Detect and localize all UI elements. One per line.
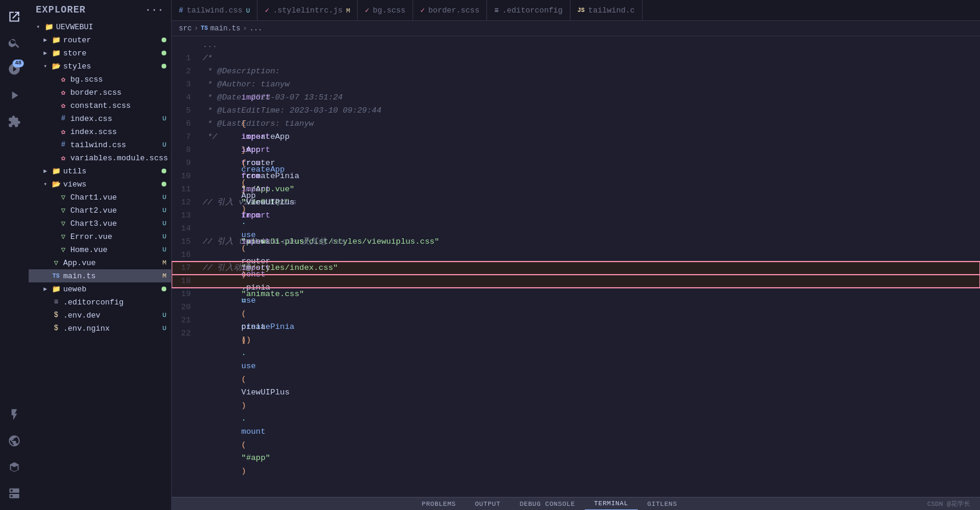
breadcrumb-src: src <box>179 24 192 33</box>
vue-icon: ▽ <box>58 219 68 228</box>
scss-icon: ✿ <box>58 153 68 163</box>
tab-bg-scss[interactable]: ✓ bg.scss <box>358 0 413 21</box>
tab-border-scss[interactable]: ✓ border.scss <box>413 0 487 21</box>
tree-root[interactable]: ▾ 📁 UEVWEBUI <box>29 20 171 33</box>
source-control-icon[interactable]: 48 <box>2 57 26 81</box>
tab-terminal[interactable]: TERMINAL <box>585 497 638 511</box>
sidebar-item-tailwind-css[interactable]: ▶ # tailwind.css U <box>29 138 171 151</box>
env-nginx-label: .env.nginx <box>63 324 162 333</box>
line-number: 12 <box>172 196 200 209</box>
sidebar-item-editorconfig[interactable]: ▶ ≡ .editorconfig <box>29 296 171 309</box>
sidebar-item-styles[interactable]: ▾ 📂 styles <box>29 60 171 73</box>
sidebar-item-utils[interactable]: ▶ 📁 utils <box>29 164 171 178</box>
tab-tailwind-js[interactable]: JS tailwind.c <box>570 0 643 21</box>
line-number: 7 <box>172 130 200 144</box>
sidebar-item-store[interactable]: ▶ 📁 store <box>29 46 171 60</box>
sidebar-item-views[interactable]: ▾ 📂 views <box>29 178 171 191</box>
sidebar-item-main-ts[interactable]: ▶ TS main.ts M <box>29 269 171 282</box>
sidebar-item-index-scss[interactable]: ▶ ✿ index.scss <box>29 125 171 138</box>
run-debug-icon[interactable] <box>2 83 26 107</box>
chevron-right-icon: ▶ <box>41 166 50 176</box>
line-number: 11 <box>172 183 200 196</box>
modified-badge: M <box>162 259 166 266</box>
env-dev-label: .env.dev <box>63 311 162 320</box>
line-number: 19 <box>172 288 200 301</box>
modified-dot <box>162 64 166 69</box>
extensions-icon[interactable] <box>2 110 26 133</box>
tab-problems[interactable]: PROBLEMS <box>413 497 466 511</box>
cube-icon[interactable] <box>2 455 26 479</box>
env-icon: $ <box>51 324 61 333</box>
untracked-badge: U <box>162 312 166 319</box>
sidebar-item-error[interactable]: ▶ ▽ Error.vue U <box>29 230 171 243</box>
status-bar: PROBLEMS OUTPUT DEBUG CONSOLE TERMINAL G… <box>172 497 980 510</box>
sidebar-header: EXPLORER ··· <box>29 0 171 20</box>
line-number: 13 <box>172 209 200 222</box>
sidebar-item-chart1[interactable]: ▶ ▽ Chart1.vue U <box>29 191 171 204</box>
modified-dot <box>162 51 166 55</box>
breadcrumb-sep2: › <box>243 24 247 33</box>
sidebar-item-env-dev[interactable]: ▶ $ .env.dev U <box>29 309 171 322</box>
tab-editorconfig-label: .editorconfig <box>502 6 562 15</box>
code-content: /* <box>200 52 975 65</box>
tab-gitlens[interactable]: GITLENS <box>638 497 687 511</box>
modified-badge: M <box>162 272 166 279</box>
status-right-text: CSDN @花学长 <box>927 499 980 508</box>
css-tab-icon: # <box>179 7 183 15</box>
code-content: * @Description: <box>200 65 975 78</box>
sidebar-item-router[interactable]: ▶ 📁 router <box>29 33 171 46</box>
editor-icon: ≡ <box>51 297 61 307</box>
router-label: router <box>63 36 162 45</box>
folder-open-icon: 📂 <box>51 61 61 71</box>
breadcrumb-ellipsis: ... <box>249 24 262 33</box>
sidebar-item-env-nginx[interactable]: ▶ $ .env.nginx U <box>29 322 171 335</box>
sidebar-item-home[interactable]: ▶ ▽ Home.vue U <box>29 243 171 256</box>
test-icon[interactable] <box>2 403 26 427</box>
folder-icon: 📁 <box>44 22 54 32</box>
sidebar-item-constant-scss[interactable]: ▶ ✿ constant.scss <box>29 99 171 112</box>
line-number: 15 <box>172 235 200 248</box>
tab-tailwind-css[interactable]: # tailwind.css U <box>172 0 258 21</box>
editor-area: # tailwind.css U ✓ .stylelintrc.js M ✓ b… <box>172 0 980 510</box>
sidebar-item-chart2[interactable]: ▶ ▽ Chart2.vue U <box>29 204 171 217</box>
line-number: 6 <box>172 117 200 130</box>
search-icon[interactable] <box>2 31 26 55</box>
modified-dot <box>162 287 166 291</box>
variables-scss-label: variables.module.scss <box>70 154 171 163</box>
line-number: 5 <box>172 104 200 117</box>
sidebar-item-app-vue[interactable]: ▶ ▽ App.vue M <box>29 256 171 269</box>
sidebar-item-bg-scss[interactable]: ▶ ✿ bg.scss <box>29 73 171 86</box>
sidebar-item-index-css[interactable]: ▶ # index.css U <box>29 112 171 125</box>
tab-badge-u: U <box>246 7 250 14</box>
sidebar-more-button[interactable]: ··· <box>145 5 164 15</box>
explorer-icon[interactable] <box>2 5 26 29</box>
breadcrumb-sep1: › <box>194 24 199 33</box>
tab-stylelintrc[interactable]: ✓ .stylelintrc.js M <box>258 0 358 21</box>
tab-debug-console[interactable]: DEBUG CONSOLE <box>510 497 585 511</box>
line-number: 4 <box>172 91 200 104</box>
sidebar-item-variables-scss[interactable]: ▶ ✿ variables.module.scss <box>29 151 171 164</box>
remote-icon[interactable] <box>2 429 26 453</box>
database-icon[interactable] <box>2 481 26 505</box>
editor-tab-icon: ≡ <box>494 7 498 15</box>
tab-editorconfig[interactable]: ≡ .editorconfig <box>487 0 570 21</box>
index-scss-label: index.scss <box>70 128 171 136</box>
code-line-1: 1 /* <box>172 52 980 65</box>
sidebar-item-border-scss[interactable]: ▶ ✿ border.scss <box>29 86 171 99</box>
breadcrumb-ts-icon: TS <box>201 25 208 32</box>
sidebar-title: EXPLORER <box>36 5 86 15</box>
bg-scss-label: bg.scss <box>70 75 171 84</box>
utils-label: utils <box>63 167 162 176</box>
sidebar-item-ueweb[interactable]: ▶ 📁 ueweb <box>29 282 171 296</box>
views-label: views <box>63 180 162 189</box>
tab-bar: # tailwind.css U ✓ .stylelintrc.js M ✓ b… <box>172 0 980 21</box>
sidebar-item-chart3[interactable]: ▶ ▽ Chart3.vue U <box>29 217 171 230</box>
breadcrumb-file: main.ts <box>210 24 240 33</box>
scss-icon: ✿ <box>58 101 68 110</box>
tab-output[interactable]: OUTPUT <box>466 497 510 511</box>
source-control-badge: 48 <box>13 60 24 67</box>
line-number: 3 <box>172 78 200 91</box>
tab-badge-m: M <box>346 7 351 14</box>
code-content: ... <box>200 39 975 52</box>
scss-tab-icon: ✓ <box>265 6 269 15</box>
